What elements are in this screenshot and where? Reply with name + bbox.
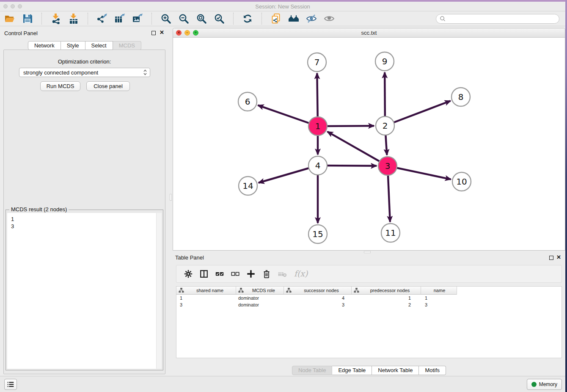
status-bar: Memory [0, 376, 565, 392]
import-table-icon[interactable] [68, 13, 79, 24]
toolbar-separator [88, 13, 88, 25]
column-header-predecessor-nodes[interactable]: predecessor nodes [352, 287, 421, 295]
tab-style[interactable]: Style [61, 41, 85, 50]
table-panel: Table Panel ✕ f(x) shared nameMCDS roles… [173, 254, 565, 376]
column-label: shared name [185, 288, 235, 293]
tab-network-table[interactable]: Network Table [372, 366, 419, 375]
table-row[interactable]: 1dominator411 [176, 295, 561, 301]
sort-hierarchy-icon [354, 287, 360, 294]
function-icon: f(x) [293, 269, 308, 279]
close-panel-icon[interactable]: ✕ [556, 254, 561, 261]
tab-motifs[interactable]: Motifs [419, 366, 446, 375]
column-header-MCDS-role[interactable]: MCDS role [236, 287, 284, 295]
sort-hierarchy-icon [179, 287, 185, 294]
mcds-result-group: MCDS result (2 nodes) 1 3 [6, 210, 163, 370]
mcds-panel: Optimization criterion: strongly connect… [3, 50, 165, 374]
run-mcds-button[interactable]: Run MCDS [40, 81, 80, 91]
graph-node-3[interactable]: 3 [378, 157, 397, 175]
tab-node-table[interactable]: Node Table [292, 366, 333, 375]
tab-select[interactable]: Select [85, 41, 113, 50]
float-window-icon[interactable] [549, 256, 553, 260]
graph-edge-3-1[interactable] [328, 132, 388, 166]
desktop-edge-right [565, 0, 567, 392]
table-body: 1dominator4113dominator323 [176, 295, 561, 308]
close-panel-button[interactable]: Close panel [86, 81, 130, 91]
graph-node-1[interactable]: 1 [308, 117, 327, 135]
gear-icon[interactable] [184, 269, 193, 279]
horizontal-splitter[interactable] [173, 251, 565, 254]
criterion-dropdown[interactable]: strongly connected component [19, 68, 150, 77]
column-header-shared-name[interactable]: shared name [176, 287, 236, 295]
network-window-titlebar: ✕ − + scc.txt [173, 28, 565, 38]
tab-network[interactable]: Network [28, 41, 61, 50]
zoom-selected-icon[interactable] [214, 13, 225, 24]
export-table-icon[interactable] [114, 13, 125, 24]
svg-text:6: 6 [245, 97, 250, 107]
export-image-icon[interactable] [132, 13, 143, 24]
zoom-in-icon[interactable] [160, 13, 171, 24]
graph-node-8[interactable]: 8 [451, 88, 470, 106]
eye-slash-icon[interactable] [306, 13, 317, 24]
svg-text:14: 14 [242, 181, 253, 191]
select-all-icon[interactable] [215, 269, 224, 279]
float-window-icon[interactable] [151, 31, 156, 35]
graph-node-14[interactable]: 14 [239, 177, 257, 195]
table-row[interactable]: 3dominator323 [176, 301, 561, 308]
table-cell: 4 [284, 295, 352, 301]
import-network-icon[interactable] [50, 13, 61, 24]
search-input[interactable] [448, 16, 556, 22]
table-cell: 3 [284, 301, 352, 308]
graph-node-4[interactable]: 4 [308, 156, 327, 175]
mcds-result-list[interactable]: 1 3 [7, 213, 162, 369]
search-box [436, 14, 559, 24]
table-cell: 3 [421, 301, 457, 308]
sort-hierarchy-icon [286, 287, 292, 294]
splitter-grip[interactable] [170, 194, 172, 201]
search-icon [440, 16, 446, 22]
graph-node-10[interactable]: 10 [452, 172, 471, 191]
result-scrollbar[interactable] [156, 213, 162, 369]
control-panel-title: Control Panel [4, 30, 38, 36]
graph-node-6[interactable]: 6 [238, 92, 257, 111]
mcds-result-title: MCDS result (2 nodes) [9, 206, 69, 213]
column-header-name[interactable]: name [421, 287, 457, 295]
criterion-value: strongly connected component [23, 69, 143, 76]
svg-text:8: 8 [458, 92, 464, 102]
graph-node-15[interactable]: 15 [308, 225, 327, 243]
toolbar-separator [261, 13, 262, 25]
graph-edge-2-8[interactable] [385, 101, 451, 126]
task-history-button[interactable] [4, 379, 17, 390]
memory-button[interactable]: Memory [527, 379, 562, 390]
split-columns-icon[interactable] [199, 269, 209, 279]
tab-mcds[interactable]: MCDS [113, 41, 141, 50]
column-label: successor nodes [292, 288, 350, 293]
toolbar-separator [151, 13, 152, 25]
network-canvas[interactable]: 7968124314101511 [173, 38, 565, 250]
graph-node-11[interactable]: 11 [381, 224, 400, 242]
application-window: Session: New Session Control Panel ✕ Net… [0, 0, 567, 392]
eye-icon[interactable] [324, 13, 335, 24]
graph-node-2[interactable]: 2 [376, 116, 394, 135]
table-cell: 3 [176, 301, 236, 308]
export-network-icon[interactable] [96, 13, 107, 24]
refresh-icon[interactable] [242, 13, 253, 24]
vertical-splitter[interactable] [169, 26, 173, 376]
zoom-out-icon[interactable] [178, 13, 189, 24]
add-column-icon[interactable] [246, 269, 256, 279]
splitter-grip[interactable] [364, 251, 371, 253]
document-share-icon[interactable] [270, 13, 281, 24]
houses-icon[interactable] [288, 13, 299, 24]
close-panel-icon[interactable]: ✕ [160, 29, 164, 36]
save-session-icon[interactable] [22, 13, 33, 24]
tab-edge-table[interactable]: Edge Table [332, 366, 372, 375]
unselect-all-icon[interactable] [231, 269, 240, 279]
svg-text:7: 7 [314, 57, 320, 67]
graph-node-9[interactable]: 9 [375, 52, 394, 71]
svg-text:15: 15 [312, 229, 323, 239]
column-header-successor-nodes[interactable]: successor nodes [284, 287, 352, 295]
delete-rows-icon[interactable] [262, 269, 271, 279]
open-session-icon[interactable] [4, 13, 15, 24]
table-cell: 1 [421, 295, 457, 301]
zoom-fit-icon[interactable] [196, 13, 207, 24]
graph-node-7[interactable]: 7 [308, 53, 326, 72]
